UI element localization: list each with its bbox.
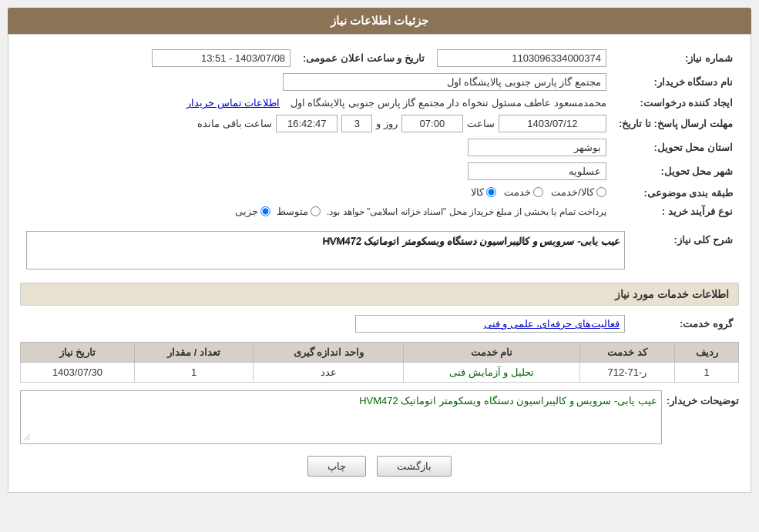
category-kala-khadamat-radio[interactable] <box>596 187 606 197</box>
delivery-city-label: شهر محل تحویل: <box>613 159 739 183</box>
col-need-date: تاریخ نیاز <box>21 343 135 363</box>
table-row: 1 ر-71-712 تحلیل و آزمایش فنی عدد 1 1403… <box>21 363 739 383</box>
send-deadline-time-label: ساعت <box>467 118 495 129</box>
announce-date-value: 1403/07/08 - 13:51 <box>152 49 291 67</box>
cell-unit: عدد <box>254 363 404 383</box>
purchase-type-jozi-label: جزیی <box>235 206 258 217</box>
cell-row-num: 1 <box>675 363 739 383</box>
buyer-org-label: نام دستگاه خریدار: <box>613 70 739 94</box>
send-deadline-remaining: 16:42:47 <box>276 115 338 132</box>
print-button[interactable]: چاپ <box>307 456 366 477</box>
resize-handle <box>22 433 32 442</box>
category-label: طبقه بندی موضوعی: <box>613 183 739 202</box>
send-deadline-days: 3 <box>341 115 372 132</box>
delivery-city-value: عسلویه <box>468 162 606 180</box>
cell-need-date: 1403/07/30 <box>21 363 135 383</box>
group-value-link[interactable]: فعالیت‌های حرفه‌ای، علمی و فنی <box>484 318 620 330</box>
purchase-type-label: نوع فرآیند خرید : <box>613 202 739 220</box>
need-desc-textarea[interactable] <box>26 231 625 269</box>
back-button[interactable]: بازگشت <box>377 456 452 477</box>
send-deadline-days-label: روز و <box>376 118 398 129</box>
buyer-desc-label: توضیحات خریدار: <box>662 390 739 407</box>
services-section-header: اطلاعات خدمات مورد نیاز <box>20 283 739 306</box>
announce-date-label: تاریخ و ساعت اعلان عمومی: <box>297 46 431 70</box>
purchase-type-note: پرداخت تمام یا بخشی از مبلغ خریداز محل "… <box>327 206 606 217</box>
send-deadline-remaining-label: ساعت باقی مانده <box>197 118 272 129</box>
category-kala-khadamat-label: کالا/خدمت <box>551 186 594 198</box>
cell-service-name: تحلیل و آزمایش فنی <box>404 363 579 383</box>
category-kala-radio[interactable] <box>486 187 496 197</box>
service-name-link[interactable]: تحلیل و آزمایش فنی <box>449 366 534 378</box>
need-desc-label: شرح کلی نیاز: <box>631 228 739 275</box>
purchase-type-jozi-radio[interactable] <box>260 206 270 216</box>
category-kala-label: کالا <box>471 186 484 198</box>
services-table: ردیف کد خدمت نام خدمت واحد اندازه گیری ت… <box>20 342 739 383</box>
col-unit: واحد اندازه گیری <box>254 343 404 363</box>
contact-link[interactable]: اطلاعات تماس خریدار <box>186 97 280 109</box>
send-deadline-time: 07:00 <box>401 115 463 132</box>
group-label: گروه خدمت: <box>631 312 739 336</box>
buyer-org-value: مجتمع گاز پارس جنوبی پالایشگاه اول <box>283 73 606 91</box>
col-row-num: ردیف <box>675 343 739 363</box>
cell-service-code: ر-71-712 <box>579 363 675 383</box>
creator-value: محمدمسعود عاطف مسئول تنخواه دار مجتمع گا… <box>291 97 606 109</box>
send-deadline-date: 1403/07/12 <box>499 115 606 132</box>
delivery-province-value: بوشهر <box>468 139 606 156</box>
col-service-name: نام خدمت <box>404 343 579 363</box>
col-service-code: کد خدمت <box>579 343 675 363</box>
col-quantity: تعداد / مقدار <box>134 343 254 363</box>
category-khadamat-radio[interactable] <box>533 187 543 197</box>
category-khadamat-label: خدمت <box>504 186 531 198</box>
category-radio-group: کالا/خدمت خدمت کالا <box>471 186 606 198</box>
need-number-label: شماره نیاز: <box>613 46 739 70</box>
delivery-province-label: استان محل تحویل: <box>613 136 739 159</box>
group-value: فعالیت‌های حرفه‌ای، علمی و فنی <box>355 315 625 333</box>
buttons-row: بازگشت چاپ <box>20 456 739 477</box>
creator-label: ایجاد کننده درخواست: <box>613 94 739 112</box>
buyer-desc-content: عیب یابی- سرویس و کالیبراسیون دستگاه ویس… <box>25 395 657 407</box>
cell-quantity: 1 <box>134 363 254 383</box>
purchase-type-motavaset-label: متوسط <box>277 206 308 217</box>
buyer-desc-box: عیب یابی- سرویس و کالیبراسیون دستگاه ویس… <box>20 390 662 444</box>
page-title: جزئیات اطلاعات نیاز <box>8 8 751 34</box>
need-number-value: 1103096334000374 <box>437 49 606 67</box>
purchase-type-motavaset-radio[interactable] <box>311 206 321 216</box>
send-deadline-label: مهلت ارسال پاسخ: تا تاریخ: <box>613 112 739 136</box>
